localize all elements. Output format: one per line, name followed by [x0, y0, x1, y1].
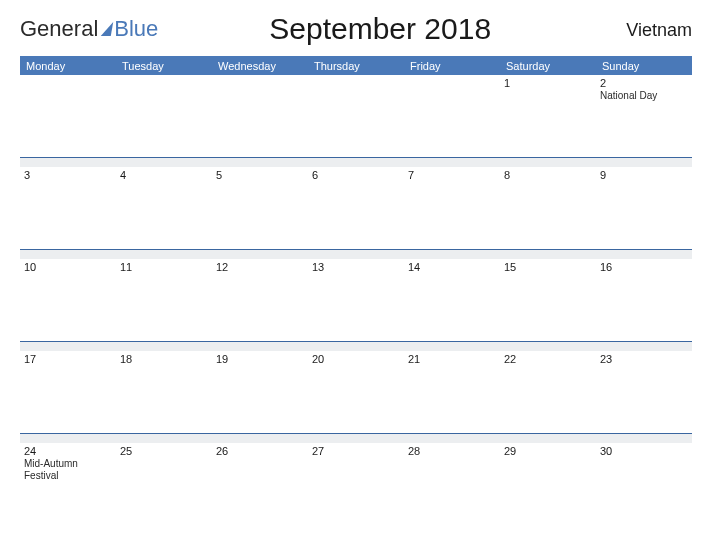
- day-cell: 10: [20, 259, 116, 341]
- week-separator: [20, 341, 692, 351]
- week-row: 17 18 19 20 21 22 23: [20, 351, 692, 433]
- day-cell: 25: [116, 443, 212, 525]
- day-cell: 4: [116, 167, 212, 249]
- day-number: 19: [216, 353, 304, 365]
- brand-logo: GeneralBlue: [20, 12, 158, 42]
- day-cell: [116, 75, 212, 157]
- dayname: Saturday: [500, 57, 596, 75]
- day-number: 7: [408, 169, 496, 181]
- day-cell: 1: [500, 75, 596, 157]
- day-cell: 6: [308, 167, 404, 249]
- day-cell: [20, 75, 116, 157]
- day-number: 24: [24, 445, 112, 457]
- day-cell: 8: [500, 167, 596, 249]
- day-cell: 22: [500, 351, 596, 433]
- day-cell: 29: [500, 443, 596, 525]
- day-number: 5: [216, 169, 304, 181]
- day-number: 22: [504, 353, 592, 365]
- week-row: 10 11 12 13 14 15 16: [20, 259, 692, 341]
- day-number: 15: [504, 261, 592, 273]
- day-cell: 26: [212, 443, 308, 525]
- sail-icon: [101, 22, 113, 36]
- day-number: 28: [408, 445, 496, 457]
- day-number: 12: [216, 261, 304, 273]
- day-cell: 16: [596, 259, 692, 341]
- week-row: 24Mid-Autumn Festival 25 26 27 28 29 30: [20, 443, 692, 525]
- day-number: 4: [120, 169, 208, 181]
- day-number: 8: [504, 169, 592, 181]
- day-number: 11: [120, 261, 208, 273]
- day-number: 13: [312, 261, 400, 273]
- dayname: Sunday: [596, 57, 692, 75]
- day-cell: 20: [308, 351, 404, 433]
- day-cell: 14: [404, 259, 500, 341]
- day-cell: 23: [596, 351, 692, 433]
- dayname: Tuesday: [116, 57, 212, 75]
- dayname: Thursday: [308, 57, 404, 75]
- day-cell: [404, 75, 500, 157]
- week-row: 3 4 5 6 7 8 9: [20, 167, 692, 249]
- day-event: National Day: [600, 90, 680, 102]
- day-number: 6: [312, 169, 400, 181]
- dayname: Wednesday: [212, 57, 308, 75]
- header: GeneralBlue September 2018 Vietnam: [20, 12, 692, 46]
- week-separator: [20, 157, 692, 167]
- day-number: 3: [24, 169, 112, 181]
- day-number: 14: [408, 261, 496, 273]
- day-number: 29: [504, 445, 592, 457]
- brand-part2: Blue: [114, 16, 158, 42]
- day-cell: 24Mid-Autumn Festival: [20, 443, 116, 525]
- day-cell: 5: [212, 167, 308, 249]
- day-cell: 7: [404, 167, 500, 249]
- day-cell: [212, 75, 308, 157]
- page-title: September 2018: [158, 12, 602, 46]
- dayname: Monday: [20, 57, 116, 75]
- day-number: 30: [600, 445, 688, 457]
- dayname-row: Monday Tuesday Wednesday Thursday Friday…: [20, 56, 692, 75]
- day-number: 21: [408, 353, 496, 365]
- day-cell: 19: [212, 351, 308, 433]
- day-cell: 3: [20, 167, 116, 249]
- dayname: Friday: [404, 57, 500, 75]
- day-number: 26: [216, 445, 304, 457]
- country-label: Vietnam: [602, 12, 692, 41]
- day-cell: 15: [500, 259, 596, 341]
- day-cell: 9: [596, 167, 692, 249]
- day-number: 17: [24, 353, 112, 365]
- day-number: 27: [312, 445, 400, 457]
- day-cell: 18: [116, 351, 212, 433]
- day-cell: 11: [116, 259, 212, 341]
- day-number: 2: [600, 77, 688, 89]
- calendar: Monday Tuesday Wednesday Thursday Friday…: [20, 56, 692, 525]
- week-separator: [20, 249, 692, 259]
- day-number: 16: [600, 261, 688, 273]
- day-number: 25: [120, 445, 208, 457]
- brand-part1: General: [20, 16, 98, 42]
- day-event: Mid-Autumn Festival: [24, 458, 104, 481]
- day-cell: 17: [20, 351, 116, 433]
- week-row: 1 2National Day: [20, 75, 692, 157]
- day-cell: [308, 75, 404, 157]
- day-cell: 27: [308, 443, 404, 525]
- day-cell: 21: [404, 351, 500, 433]
- day-number: 9: [600, 169, 688, 181]
- day-cell: 2National Day: [596, 75, 692, 157]
- day-number: 1: [504, 77, 592, 89]
- day-number: 10: [24, 261, 112, 273]
- day-cell: 28: [404, 443, 500, 525]
- day-number: 18: [120, 353, 208, 365]
- day-cell: 30: [596, 443, 692, 525]
- day-cell: 12: [212, 259, 308, 341]
- week-separator: [20, 433, 692, 443]
- day-cell: 13: [308, 259, 404, 341]
- day-number: 23: [600, 353, 688, 365]
- day-number: 20: [312, 353, 400, 365]
